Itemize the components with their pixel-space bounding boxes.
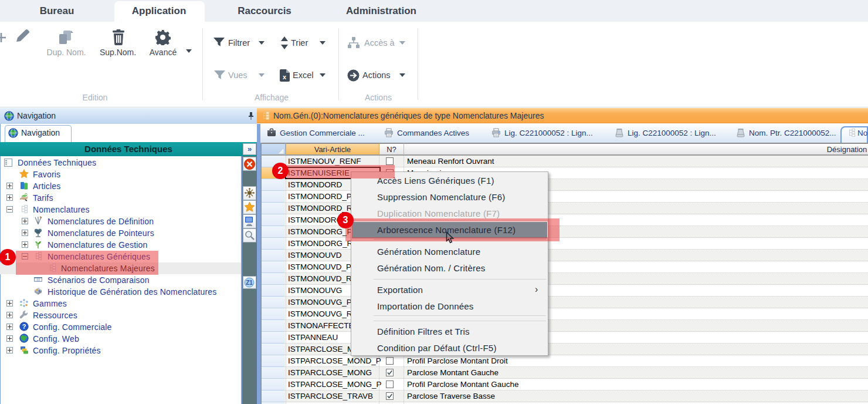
svg-text:?: ? (22, 323, 26, 330)
svg-text:x: x (283, 73, 287, 80)
svg-text:Z1: Z1 (246, 280, 253, 286)
